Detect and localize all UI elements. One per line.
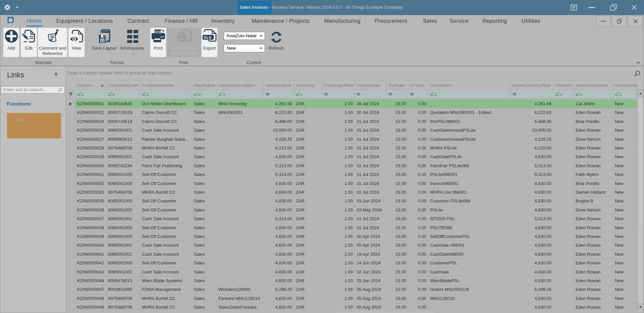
svg-text:C: C: [581, 93, 583, 96]
svg-text:A: A: [108, 93, 110, 96]
svg-text:C: C: [199, 93, 201, 96]
svg-text:A: A: [430, 93, 432, 96]
svg-text:A: A: [77, 93, 79, 96]
svg-text:XLS: XLS: [204, 36, 211, 40]
svg-text:A: A: [296, 93, 298, 96]
svg-text:B: B: [80, 93, 82, 96]
svg-text:A: A: [615, 93, 617, 96]
svg-text:C: C: [435, 93, 437, 96]
svg-text:C: C: [113, 93, 115, 96]
svg-text:A: A: [219, 93, 221, 96]
svg-text:B: B: [197, 93, 198, 96]
svg-text:A: A: [576, 93, 578, 96]
svg-text:A: A: [194, 93, 196, 96]
svg-text:B: B: [618, 93, 619, 96]
svg-text:B: B: [299, 93, 300, 96]
svg-text:B: B: [558, 93, 559, 96]
svg-text:B: B: [111, 93, 112, 96]
svg-text:C: C: [301, 93, 303, 96]
svg-text:C: C: [223, 93, 225, 96]
svg-text:A: A: [555, 93, 557, 96]
svg-text:B: B: [578, 93, 580, 96]
svg-text:A: A: [142, 93, 144, 96]
svg-text:C: C: [620, 93, 622, 96]
svg-text:C: C: [560, 93, 562, 96]
svg-text:B: B: [145, 93, 146, 96]
svg-text:B: B: [221, 93, 223, 96]
svg-text:B: B: [433, 93, 434, 96]
svg-text:C: C: [82, 93, 84, 96]
svg-text:C: C: [147, 93, 149, 96]
